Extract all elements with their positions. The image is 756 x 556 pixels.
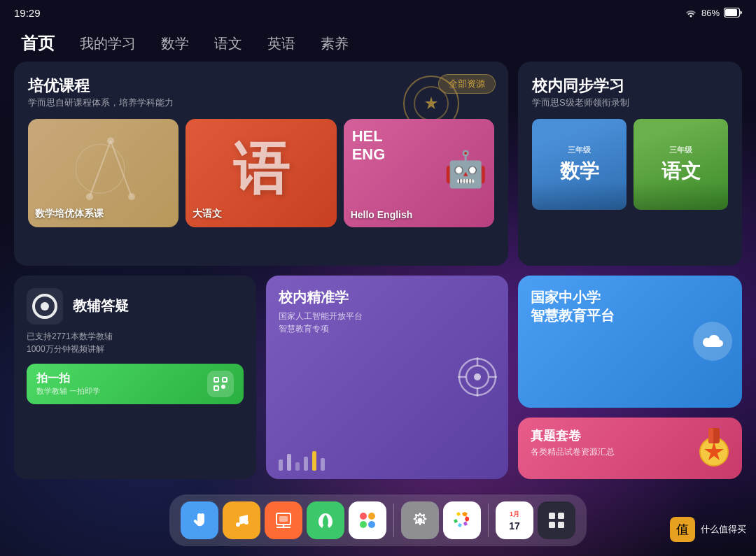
peiyo-title: 培优课程 xyxy=(28,77,90,94)
dock-slides-icon[interactable] xyxy=(265,501,302,539)
course-chinese[interactable]: 语 大语文 xyxy=(186,119,336,227)
cloud-icon xyxy=(693,322,732,361)
main-content: 培优课程 学而思自研课程体系，培养学科能力 全部资源 xyxy=(14,62,742,479)
math-label: 数学培优体系课 xyxy=(35,208,104,220)
svg-point-5 xyxy=(86,193,93,200)
colorful-svg xyxy=(356,509,379,532)
svg-point-30 xyxy=(368,513,375,520)
paiypai-icon xyxy=(207,371,234,397)
book-math[interactable]: 三年级 数学 xyxy=(532,119,626,210)
svg-rect-8 xyxy=(214,378,218,382)
medal-decoration xyxy=(696,427,732,470)
svg-rect-38 xyxy=(558,522,564,528)
watermark-text: 什么值得买 xyxy=(701,523,746,536)
chinese-label: 大语文 xyxy=(192,208,222,220)
dock-music-icon[interactable] xyxy=(223,501,260,539)
card-peiyo[interactable]: 培优课程 学而思自研课程体系，培养学科能力 全部资源 xyxy=(14,62,508,266)
tutor-desc: 已支持2771本数学教辅1000万分钟视频讲解 xyxy=(27,330,244,355)
book-overlay xyxy=(532,182,626,210)
calendar-top: 1月 xyxy=(510,510,519,519)
dock-grid-icon[interactable] xyxy=(538,501,575,539)
leaf-svg xyxy=(316,511,335,530)
card-exam[interactable]: 真题套卷 各类精品试卷资源汇总 xyxy=(518,418,742,479)
calendar-day: 17 xyxy=(509,520,520,532)
course-math[interactable]: 数学培优体系课 xyxy=(28,119,178,227)
svg-point-34 xyxy=(459,518,465,523)
tutor-title: 教辅答疑 xyxy=(73,297,129,315)
dock-touch-icon[interactable] xyxy=(181,501,218,539)
svg-rect-37 xyxy=(549,522,555,528)
cloud-svg xyxy=(700,332,725,351)
svg-point-6 xyxy=(128,193,135,200)
nav-culture[interactable]: 素养 xyxy=(321,34,349,53)
card-national[interactable]: 国家中小学智慧教育平台 xyxy=(518,276,742,408)
nav-math[interactable]: 数学 xyxy=(161,34,189,53)
svg-point-4 xyxy=(107,137,114,144)
status-time: 19:29 xyxy=(14,7,41,19)
dock-calendar-icon[interactable]: 1月 17 xyxy=(496,501,533,539)
english-label: Hello English xyxy=(351,209,413,220)
svg-point-29 xyxy=(360,513,367,520)
tutor-header: 教辅答疑 xyxy=(27,288,244,325)
bottom-right-section: 国家中小学智慧教育平台 真题套卷 各类精品试卷资源汇总 xyxy=(518,276,742,480)
dock-divider xyxy=(393,504,394,537)
wifi-icon xyxy=(685,8,697,17)
sync-title: 校内同步学习 xyxy=(532,77,624,94)
svg-point-32 xyxy=(368,521,375,528)
grid-svg xyxy=(547,511,566,530)
dock-photos-icon[interactable] xyxy=(443,501,481,539)
paiypai-text-group: 拍一拍 数学教辅 一拍即学 xyxy=(36,371,100,397)
sync-subtitle: 学而思S级老师领衔录制 xyxy=(532,97,728,109)
slides-svg xyxy=(274,511,293,530)
nav-bar: 首页 我的学习 数学 语文 英语 素养 xyxy=(0,25,756,62)
nav-english[interactable]: 英语 xyxy=(267,34,295,53)
settings-svg xyxy=(410,511,430,530)
svg-point-23 xyxy=(236,522,240,527)
book-chinese-text: 语文 xyxy=(662,158,701,185)
nav-home[interactable]: 首页 xyxy=(21,32,55,55)
dock-leaf-icon[interactable] xyxy=(307,501,344,539)
book-chinese[interactable]: 三年级 语文 xyxy=(634,119,728,210)
card-tutor[interactable]: 教辅答疑 已支持2771本数学教辅1000万分钟视频讲解 拍一拍 数学教辅 一拍… xyxy=(14,276,256,480)
paiypai-label: 拍一拍 xyxy=(36,371,100,386)
svg-line-2 xyxy=(90,141,111,197)
battery-icon xyxy=(724,8,742,17)
dock-divider2 xyxy=(488,504,489,537)
hello-eng-title: HELENG xyxy=(352,127,386,164)
svg-line-3 xyxy=(111,141,132,197)
svg-rect-10 xyxy=(214,386,218,390)
precise-title: 校内精准学 xyxy=(279,288,496,307)
nav-chinese[interactable]: 语文 xyxy=(214,34,242,53)
data-decoration xyxy=(279,451,325,471)
dock-settings-icon[interactable] xyxy=(401,501,439,539)
music-svg xyxy=(232,511,251,530)
dock-colorful-icon[interactable] xyxy=(349,501,386,539)
svg-rect-9 xyxy=(223,378,227,382)
svg-point-11 xyxy=(221,385,225,389)
watermark-logo: 值 xyxy=(670,517,695,542)
svg-point-24 xyxy=(244,520,248,525)
svg-point-31 xyxy=(360,521,367,528)
precise-desc: 国家人工智能开放平台智慧教育专项 xyxy=(279,310,496,335)
decoration-icon xyxy=(423,95,440,112)
battery-text: 86% xyxy=(701,8,720,18)
chinese-character: 语 xyxy=(233,131,289,207)
svg-rect-22 xyxy=(708,428,713,443)
svg-rect-28 xyxy=(279,516,288,522)
course-english[interactable]: HELENG 🤖 Hello English xyxy=(344,119,494,227)
watermark: 值 什么值得买 xyxy=(670,517,746,542)
math-decoration xyxy=(76,137,146,203)
paiypai-button[interactable]: 拍一拍 数学教辅 一拍即学 xyxy=(27,364,244,404)
card-precise[interactable]: 校内精准学 国家人工智能开放平台智慧教育专项 xyxy=(266,276,508,480)
nav-mystudy[interactable]: 我的学习 xyxy=(80,34,136,53)
book-overlay2 xyxy=(634,182,728,210)
touch-svg xyxy=(189,510,210,531)
course-cards: 数学培优体系课 语 大语文 HELENG 🤖 Hello English xyxy=(28,119,494,227)
scan-icon xyxy=(213,376,228,392)
medal-icon xyxy=(696,427,732,467)
camera-icon xyxy=(32,294,57,319)
card-sync[interactable]: 校内同步学习 学而思S级老师领衔录制 三年级 数学 三年级 语文 xyxy=(518,62,742,266)
dock: 1月 17 xyxy=(169,494,587,546)
book-chinese-content: 三年级 语文 xyxy=(662,145,701,185)
svg-rect-36 xyxy=(558,513,564,519)
